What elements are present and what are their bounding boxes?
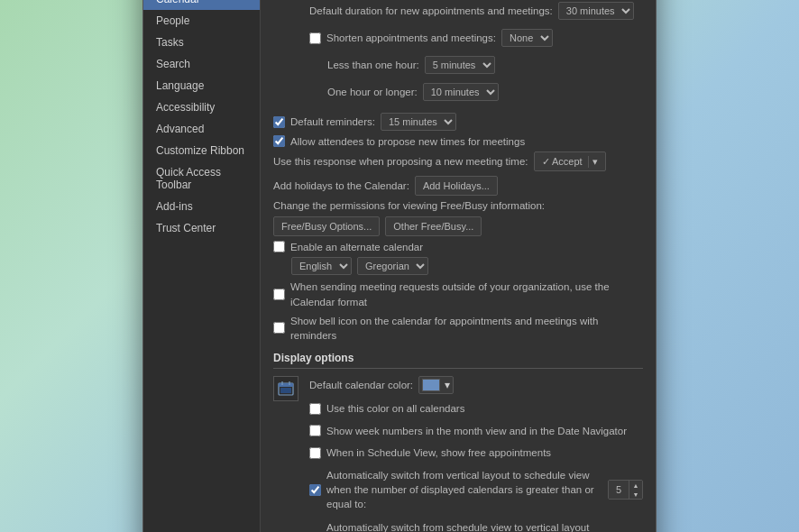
add-holidays-row: Add holidays to the Calendar: Add Holida… [273,176,643,196]
alternate-label: Enable an alternate calendar [290,242,423,252]
one-hour-label: One hour or longer: [327,87,418,97]
color-dropdown[interactable]: ▾ [418,376,454,394]
permissions-label: Change the permissions for viewing Free/… [273,200,545,211]
content-scroll[interactable]: Calendar options [261,0,656,532]
content-area: Calendar options [261,0,656,532]
accept-arrow-icon: ▾ [588,156,598,168]
dropdown-arrow-icon: ▾ [445,379,450,391]
spinner1-input[interactable] [609,481,629,499]
add-holidays-button[interactable]: Add Holidays... [415,176,498,196]
bell-checkbox[interactable] [273,322,285,334]
color-picker-row: Default calendar color: ▾ [309,376,643,394]
one-hour-row: One hour or longer: 10 minutes [309,83,643,101]
default-reminders-row: Default reminders: 15 minutes [273,113,643,131]
auto-switch-schedule-label: Automatically switch from schedule view … [326,520,602,532]
permissions-row: Change the permissions for viewing Free/… [273,200,643,236]
show-free-label: When in Schedule View, show free appoint… [326,447,551,458]
spinner1-up-button[interactable]: ▲ [629,481,642,490]
shorten-label: Shorten appointments and meetings: [326,32,496,43]
less-than-row: Less than one hour: 5 minutes [309,56,643,74]
sidebar-item-quick-access[interactable]: Quick Access Toolbar [143,161,260,196]
sidebar-item-advanced[interactable]: Advanced [143,118,260,140]
language-dropdown[interactable]: English [291,257,352,275]
sidebar-item-calendar[interactable]: Calendar [143,0,260,10]
propose-row: Use this response when proposing a new m… [273,151,643,171]
reminders-dropdown[interactable]: 15 minutes [381,113,456,131]
allow-attendees-checkbox[interactable] [273,135,285,147]
use-color-checkbox[interactable] [309,403,321,415]
default-reminders-label: Default reminders: [290,116,375,127]
allow-attendees-row: Allow attendees to propose new times for… [273,135,643,147]
shorten-dropdown[interactable]: None [501,29,553,47]
outlook-options-dialog: Outlook Options ? ✕ General Mail Calenda… [142,0,657,532]
icalendar-checkbox[interactable] [273,289,285,300]
default-reminders-checkbox[interactable] [273,116,285,128]
default-color-row: Default calendar color: ▾ Use this color… [273,376,643,532]
accept-label: ✓ Accept [542,156,583,168]
alternate-calendar-checkbox[interactable] [273,241,285,252]
show-free-checkbox[interactable] [309,447,321,459]
auto-switch-vertical-row: Automatically switch from vertical layou… [309,468,643,511]
sidebar-item-tasks[interactable]: Tasks [143,32,260,53]
sidebar: General Mail Calendar People Tasks Searc… [143,0,261,532]
svg-rect-10 [280,388,291,393]
show-week-row: Show week numbers in the month view and … [309,424,643,438]
sidebar-item-accessibility[interactable]: Accessibility [143,96,260,118]
less-than-dropdown[interactable]: 5 minutes [425,56,495,74]
sidebar-item-add-ins[interactable]: Add-ins [143,196,260,217]
show-free-row: When in Schedule View, show free appoint… [309,447,643,459]
icalendar-row: When sending meeting requests outside of… [273,280,643,308]
show-week-label: Show week numbers in the month view and … [326,424,643,438]
section2-title: Display options [273,352,643,369]
accept-button[interactable]: ✓ Accept ▾ [534,151,606,171]
icalendar-label: When sending meeting requests outside of… [290,280,643,308]
sidebar-item-trust-center[interactable]: Trust Center [143,217,260,239]
dialog-body: General Mail Calendar People Tasks Searc… [143,0,656,532]
allow-attendees-label: Allow attendees to propose new times for… [290,136,525,147]
spinner1-down-button[interactable]: ▼ [629,490,642,499]
sidebar-item-language[interactable]: Language [143,75,260,96]
auto-switch-schedule-row: Automatically switch from schedule view … [309,520,643,532]
less-than-label: Less than one hour: [327,60,419,70]
auto-switch-vertical-label: Automatically switch from vertical layou… [326,468,602,511]
show-week-checkbox[interactable] [309,425,321,436]
sidebar-item-search[interactable]: Search [143,53,260,75]
use-color-label: Use this color on all calendars [326,403,464,414]
display-calendar-icon-box [273,376,298,401]
shorten-row: Shorten appointments and meetings: None [309,29,643,47]
sidebar-item-people[interactable]: People [143,10,260,32]
other-free-button[interactable]: Other Free/Busy... [385,216,482,236]
use-color-row: Use this color on all calendars [309,403,643,415]
svg-rect-7 [279,383,293,387]
default-duration-label: Default duration for new appointments an… [309,5,553,16]
bell-row: Show bell icon on the calendar for appoi… [273,314,643,343]
spinner1-wrap: ▲ ▼ [608,480,643,500]
bell-label: Show bell icon on the calendar for appoi… [290,314,643,343]
default-duration-row: Default duration for new appointments an… [309,2,643,20]
propose-label: Use this response when proposing a new m… [273,156,528,167]
one-hour-dropdown[interactable]: 10 minutes [423,83,499,101]
default-color-label: Default calendar color: [309,380,413,390]
duration-dropdown[interactable]: 30 minutes [558,2,634,20]
display-calendar-icon [278,381,294,397]
calendar-type-dropdown[interactable]: Gregorian [357,257,428,275]
holidays-label: Add holidays to the Calendar: [273,180,409,191]
free-busy-button[interactable]: Free/Busy Options... [273,216,380,236]
sidebar-item-customize-ribbon[interactable]: Customize Ribbon [143,140,260,161]
add-online-row: Add online meeting to all meetings Meeti… [273,0,643,105]
alternate-calendar-row: Enable an alternate calendar [273,241,643,252]
shorten-checkbox[interactable] [309,32,321,44]
spinner1-arrows: ▲ ▼ [629,481,642,499]
color-swatch [422,379,440,391]
calendar-type-row: English Gregorian [273,257,643,275]
auto-switch-vertical-checkbox[interactable] [309,484,321,496]
